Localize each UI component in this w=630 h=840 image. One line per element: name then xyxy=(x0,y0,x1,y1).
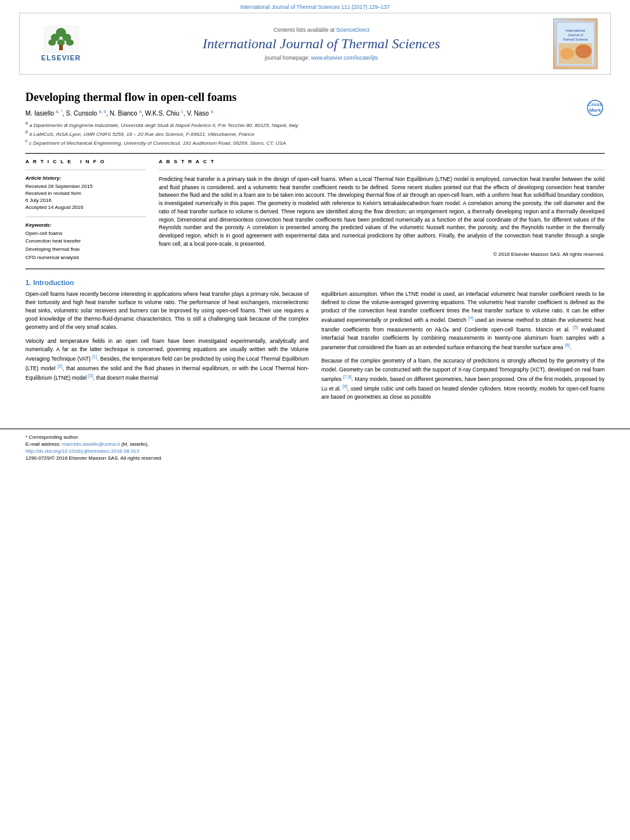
affiliation-a: a a Dipartimento di Ingegneria Industria… xyxy=(25,120,605,129)
ref-4: [4] xyxy=(468,316,473,320)
contents-text: Contents lists available at xyxy=(273,27,334,33)
main-divider xyxy=(25,269,605,269)
keyword-1: Open-cell foams xyxy=(25,230,146,238)
svg-point-6 xyxy=(66,39,74,46)
body-right-column: equilibrium assumption. When the LTNE mo… xyxy=(321,290,605,406)
article-info-label: A R T I C L E I N F O xyxy=(25,159,146,164)
revised-date: 6 July 2016 xyxy=(25,197,51,203)
email-address[interactable]: marcello.iasiello@unina.it xyxy=(62,441,120,447)
ref-9: [9] xyxy=(342,384,347,389)
ref-7-8: [7,8] xyxy=(343,375,352,379)
contents-available-line: Contents lists available at ScienceDirec… xyxy=(96,27,547,33)
svg-point-4 xyxy=(48,39,56,46)
history-text: Received 28 September 2015 Received in r… xyxy=(25,183,146,211)
keywords-label: Keywords: xyxy=(25,222,146,228)
ref-2: [2] xyxy=(57,364,62,368)
article-info-divider xyxy=(25,170,146,170)
svg-text:Journal of: Journal of xyxy=(568,33,583,37)
keyword-3: Developing thermal flow xyxy=(25,246,146,254)
elsevier-tree-icon xyxy=(44,26,79,53)
journal-cover-icon: International Journal of Thermal Science… xyxy=(556,19,595,69)
abstract-label: A B S T R A C T xyxy=(159,159,605,164)
email-label: E-mail address: xyxy=(25,441,61,447)
corresponding-label: * Corresponding author. xyxy=(25,434,79,440)
right-paragraph-1: equilibrium assumption. When the LTNE mo… xyxy=(321,290,605,352)
received-date: Received 28 September 2015 xyxy=(25,183,93,189)
keywords-list: Open-cell foams Convection heat transfer… xyxy=(25,230,146,262)
elsevier-brand-text: ELSEVIER xyxy=(41,54,81,62)
journal-reference-text: International Journal of Thermal Science… xyxy=(240,4,390,10)
keywords-divider xyxy=(25,217,146,217)
svg-point-14 xyxy=(560,48,574,59)
ref-6: [6] xyxy=(565,343,570,347)
intro-paragraph-2: Velocity and temperature fields in an op… xyxy=(25,337,309,382)
sciencedirect-link[interactable]: ScienceDirect xyxy=(336,27,369,33)
divider-top xyxy=(25,153,605,154)
header-center: Contents lists available at ScienceDirec… xyxy=(96,27,547,61)
svg-point-15 xyxy=(575,44,592,58)
affiliations: a a Dipartimento di Ingegneria Industria… xyxy=(25,120,605,147)
copyright-line: © 2016 Elsevier Masson SAS. All rights r… xyxy=(159,251,605,257)
journal-homepage: journal homepage: www.elsevier.com/locat… xyxy=(96,55,547,61)
introduction-heading: 1. Introduction xyxy=(25,279,605,286)
homepage-url[interactable]: www.elsevier.com/locate/ijts xyxy=(311,55,378,61)
body-two-column: Open-cell foams have recently become int… xyxy=(25,290,605,406)
svg-text:Thermal Sciences: Thermal Sciences xyxy=(563,37,589,41)
ref-1: [1] xyxy=(92,354,97,359)
abstract-divider xyxy=(159,170,605,170)
email-note: E-mail address: marcello.iasiello@unina.… xyxy=(25,441,605,447)
article-title: Developing thermal flow in open-cell foa… xyxy=(25,91,605,104)
abstract-text: Predicting heat transfer is a primary ta… xyxy=(159,175,605,248)
doi-link[interactable]: http://dx.doi.org/10.1016/j.ijthermalsci… xyxy=(25,448,605,454)
intro-paragraph-1: Open-cell foams have recently become int… xyxy=(25,290,309,332)
right-paragraph-2: Because of the complex geometry of a foa… xyxy=(321,357,605,401)
elsevier-logo: ELSEVIER xyxy=(41,26,81,62)
keyword-2: Convection heat transfer xyxy=(25,237,146,246)
journal-title: International Journal of Thermal Science… xyxy=(96,36,547,52)
ref-5: [5] xyxy=(573,325,578,330)
email-person: (M. Iasiello). xyxy=(121,441,149,447)
revised-label: Received in revised form xyxy=(25,190,81,196)
article-info-abstract-section: A R T I C L E I N F O Article history: R… xyxy=(25,159,605,262)
svg-rect-7 xyxy=(59,45,63,50)
article-info-column: A R T I C L E I N F O Article history: R… xyxy=(25,159,146,262)
ref-3: [3] xyxy=(88,373,93,378)
svg-text:International: International xyxy=(566,29,585,32)
header-left: ELSEVIER xyxy=(26,26,96,62)
affiliation-b: b b LaMCoS, INSA-Lyon, UMR CNRS 5259, 18… xyxy=(25,129,605,138)
header-right: International Journal of Thermal Science… xyxy=(547,18,604,69)
svg-text:Mark: Mark xyxy=(589,107,601,113)
svg-point-5 xyxy=(57,39,65,46)
svg-text:Cross: Cross xyxy=(588,102,603,107)
accepted-date: Accepted 14 August 2016 xyxy=(25,204,83,210)
keyword-4: CFD numerical analysis xyxy=(25,254,146,262)
corresponding-author-note: * Corresponding author. xyxy=(25,434,605,440)
introduction-section: 1. Introduction Open-cell foams have rec… xyxy=(25,279,605,406)
title-area: Cross Mark Developing thermal flow in op… xyxy=(25,91,605,104)
page-footer: * Corresponding author. E-mail address: … xyxy=(0,429,630,464)
journal-thumbnail-image: International Journal of Thermal Science… xyxy=(553,18,598,69)
crossmark-icon: Cross Mark xyxy=(586,98,605,117)
journal-header: ELSEVIER Contents lists available at Sci… xyxy=(19,13,611,75)
main-content: Cross Mark Developing thermal flow in op… xyxy=(0,75,630,416)
affiliation-c: c c Department of Mechanical Engineering… xyxy=(25,138,605,147)
issn-line: 1290-0729/© 2016 Elsevier Masson SAS. Al… xyxy=(25,455,605,461)
history-label: Article history: xyxy=(25,175,146,181)
abstract-column: A B S T R A C T Predicting heat transfer… xyxy=(159,159,605,262)
homepage-label: journal homepage: xyxy=(265,55,309,61)
body-left-column: Open-cell foams have recently become int… xyxy=(25,290,309,406)
top-reference: International Journal of Thermal Science… xyxy=(0,0,630,13)
page-wrapper: International Journal of Thermal Science… xyxy=(0,0,630,464)
authors-line: M. Iasiello a, *, S. Cunsolo a, b, N. Bi… xyxy=(25,109,605,117)
